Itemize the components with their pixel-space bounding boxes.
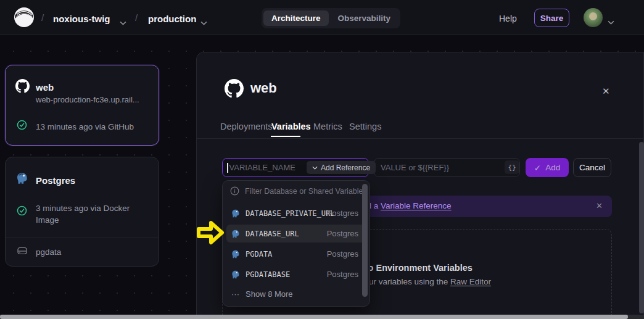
banner-close-icon[interactable]: ✕: [596, 201, 603, 210]
chevron-down-icon: [312, 166, 318, 170]
railway-app: web web-production-fc3e.up.rail... 13 mi…: [0, 0, 644, 319]
variable-value-input[interactable]: VALUE or ${{REF}}: [374, 158, 520, 177]
horizontal-scrollbar-thumb[interactable]: [0, 315, 628, 319]
chevron-down-icon[interactable]: [120, 17, 126, 28]
cancel-label: Cancel: [579, 163, 605, 172]
panel-title: web: [250, 80, 277, 96]
postgres-icon: [231, 250, 240, 259]
service-name: web: [36, 82, 54, 93]
active-tab-underline: [271, 136, 300, 137]
chevron-down-icon[interactable]: [200, 17, 207, 28]
breadcrumb-project[interactable]: noxious-twig: [53, 14, 110, 24]
variable-reference-link[interactable]: Variable Reference: [381, 201, 452, 210]
add-reference-label: Add Reference: [321, 164, 370, 172]
add-label: Add: [545, 163, 560, 172]
service-card-web[interactable]: web web-production-fc3e.up.rail... 13 mi…: [5, 65, 159, 146]
github-icon: [225, 79, 244, 101]
dropdown-item-database-private-url[interactable]: DATABASE_PRIVATE_URL Postgres: [226, 204, 366, 222]
variable-suggestions-dropdown: Filter Database or Shared Variables DATA…: [222, 180, 370, 307]
dropdown-item-pgdata[interactable]: PGDATA Postgres: [226, 245, 366, 263]
braces-icon[interactable]: {}: [505, 160, 519, 174]
help-button[interactable]: Help: [499, 14, 517, 23]
info-icon: [230, 186, 239, 196]
tab-architecture[interactable]: Architecture: [263, 10, 329, 26]
variable-name-placeholder: VARIABLE_NAME: [229, 163, 295, 172]
deploy-success-icon: [17, 120, 27, 133]
text-caret: [227, 163, 228, 173]
avatar[interactable]: [584, 8, 603, 27]
raw-editor-link[interactable]: Raw Editor: [450, 277, 491, 286]
dropdown-filter-hint: Filter Database or Shared Variables: [230, 186, 367, 196]
tab-settings[interactable]: Settings: [349, 122, 381, 131]
banner-text: Add a Variable Reference: [357, 201, 452, 210]
chevron-down-icon[interactable]: [608, 16, 614, 27]
show-more-button[interactable]: ··· Show 8 More: [231, 289, 293, 299]
add-variable-button[interactable]: ✓ Add: [526, 158, 569, 177]
service-name: Postgres: [36, 175, 75, 186]
postgres-icon: [231, 270, 240, 279]
tab-variables[interactable]: Variables: [271, 122, 311, 131]
volume-name[interactable]: pgdata: [36, 246, 61, 258]
variable-value-placeholder: VALUE or ${{REF}}: [381, 163, 449, 172]
tabs-divider: [197, 138, 644, 139]
deploy-status: 3 minutes ago via Docker Image: [36, 202, 146, 226]
service-domain[interactable]: web-production-fc3e.up.rail...: [36, 95, 139, 104]
tab-deployments[interactable]: Deployments: [220, 122, 273, 131]
deploy-status: 13 minutes ago via GitHub: [36, 121, 134, 133]
cancel-button[interactable]: Cancel: [573, 158, 611, 177]
postgres-icon: [16, 172, 28, 187]
deploy-success-icon: [17, 205, 27, 218]
check-icon: ✓: [534, 163, 541, 173]
ellipsis-icon: ···: [231, 289, 239, 299]
breadcrumb-environment[interactable]: production: [148, 14, 196, 24]
annotation-arrow-icon: [196, 218, 225, 250]
railway-logo[interactable]: [14, 7, 35, 30]
volume-icon: [17, 246, 27, 257]
top-navbar: / noxious-twig / production Architecture…: [0, 0, 644, 35]
panel-scrollbar[interactable]: [639, 142, 644, 313]
tab-metrics[interactable]: Metrics: [313, 122, 342, 131]
postgres-icon: [231, 230, 240, 238]
add-reference-button[interactable]: Add Reference: [307, 161, 376, 174]
breadcrumb-separator: /: [135, 12, 138, 23]
view-switcher: Architecture Observability: [262, 8, 400, 28]
close-panel-icon[interactable]: ✕: [602, 86, 610, 97]
dropdown-item-pgdatabase[interactable]: PGDATABASE Postgres: [226, 265, 366, 283]
tab-observability[interactable]: Observability: [330, 10, 399, 26]
github-icon: [15, 79, 30, 96]
share-button[interactable]: Share: [534, 9, 569, 27]
dropdown-item-database-url[interactable]: DATABASE_URL Postgres: [226, 225, 366, 242]
horizontal-scrollbar-track[interactable]: [0, 315, 644, 319]
breadcrumb-separator: /: [41, 12, 44, 23]
postgres-icon: [231, 209, 240, 218]
dropdown-scrollbar[interactable]: [362, 184, 368, 297]
card-divider: [6, 238, 159, 238]
service-card-postgres[interactable]: Postgres 3 minutes ago via Docker Image …: [5, 157, 159, 267]
